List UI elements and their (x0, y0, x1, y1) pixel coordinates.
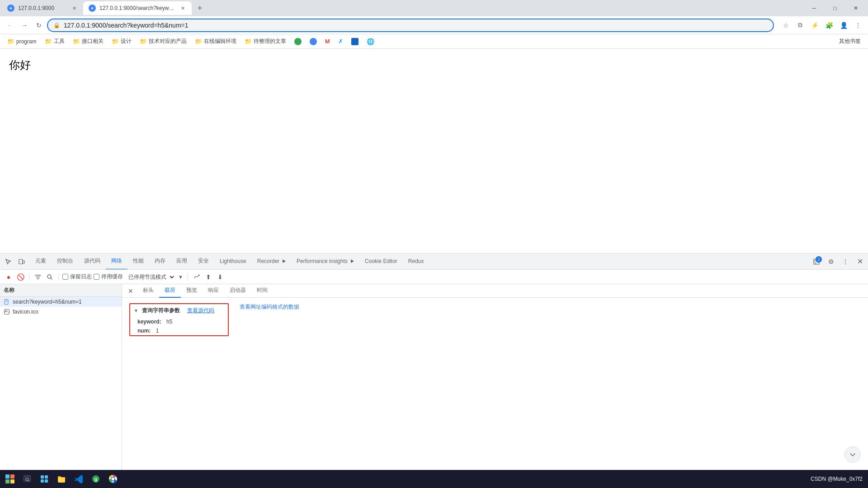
bookmark-design[interactable]: 📁 设计 (108, 36, 135, 47)
disable-cache-checkbox-label[interactable]: 停用缓存 (94, 273, 123, 281)
forward-button[interactable]: → (18, 19, 31, 32)
bookmark-api[interactable]: 📁 接口相关 (69, 36, 107, 47)
tab-2-close[interactable]: ✕ (179, 5, 186, 12)
bookmark-x-icon[interactable]: ✗ (335, 37, 347, 46)
taskbar-search-button[interactable] (19, 471, 35, 487)
svg-text:g: g (94, 477, 97, 482)
devtools-tab-performance-insights[interactable]: Performance insights (291, 253, 359, 270)
profile-button[interactable]: 👤 (837, 19, 850, 32)
bookmark-tech-products[interactable]: 📁 技术对应的产品 (136, 36, 190, 47)
throttle-dropdown-icon[interactable]: ▼ (177, 273, 184, 281)
devtools-tab-recorder[interactable]: Recorder (252, 253, 291, 270)
detail-tab-payload[interactable]: 载荷 (159, 284, 181, 298)
devtools-tab-performance[interactable]: 性能 (127, 253, 149, 270)
devtools-more-button[interactable]: ⋮ (839, 255, 852, 268)
detail-tab-timing[interactable]: 时间 (251, 284, 273, 298)
throttle-select[interactable]: 已停用节流模式 (125, 272, 175, 282)
devtools-tab-memory[interactable]: 内存 (149, 253, 171, 270)
detail-close-button[interactable]: ✕ (126, 286, 136, 296)
green-circle-icon (294, 38, 302, 45)
devtools-close-button[interactable]: ✕ (854, 255, 866, 268)
tab-bar: ● 127.0.0.1:9000 ✕ ● 127.0.0.1:9000/sear… (0, 0, 868, 16)
folder-icon: 📁 (73, 38, 80, 45)
detail-tab-preview[interactable]: 预览 (181, 284, 203, 298)
view-source-link[interactable]: 查看源代码 (187, 307, 214, 314)
disable-cache-checkbox[interactable] (94, 274, 99, 280)
taskbar-explorer-button[interactable] (53, 471, 70, 487)
preserve-log-checkbox-label[interactable]: 保留日志 (62, 273, 92, 281)
devtools-settings-button[interactable]: ⚙ (825, 255, 837, 268)
devtools-console-badge-button[interactable]: 💬 2 (810, 255, 823, 268)
devtools-device-toggle-button[interactable] (15, 255, 28, 268)
file-item-search[interactable]: search?keyword=h5&num=1 (0, 297, 122, 307)
devtools-tab-console[interactable]: 控制台 (52, 253, 79, 270)
query-params-header[interactable]: ▼ 查询字符串参数 查看源代码 (130, 304, 228, 317)
back-button[interactable]: ← (4, 19, 16, 32)
reload-button[interactable]: ↻ (33, 19, 45, 32)
svg-rect-15 (45, 475, 48, 479)
bookmark-green-circle[interactable] (291, 37, 305, 47)
bookmark-star-button[interactable]: ☆ (779, 19, 792, 32)
new-tab-button[interactable]: + (193, 2, 206, 14)
split-screen-button[interactable]: ⧉ (794, 19, 807, 32)
minimize-button[interactable]: ─ (804, 0, 825, 16)
folder-icon: 📁 (140, 38, 147, 45)
url-bar[interactable]: 🔒 (47, 19, 774, 32)
taskbar-git-button[interactable]: g (88, 471, 104, 487)
tab-1[interactable]: ● 127.0.0.1:9000 ✕ (2, 1, 83, 15)
bookmark-blue-sq[interactable] (348, 37, 362, 47)
network-conditions-button[interactable] (192, 272, 202, 282)
devtools-tab-cookie-editor[interactable]: Cookie Editor (359, 253, 403, 270)
search-button[interactable] (45, 272, 55, 282)
bookmark-program[interactable]: 📁 program (4, 37, 40, 47)
bookmarks-more-button[interactable]: 其他书签 (835, 36, 864, 47)
devtools-tab-network[interactable]: 网络 (106, 253, 127, 270)
file-item-favicon[interactable]: favicon.ico (0, 307, 122, 317)
detail-tab-response[interactable]: 响应 (203, 284, 224, 298)
devtools-tab-redux[interactable]: Redux (403, 253, 429, 270)
file-icon-image (4, 309, 10, 315)
extensions-button[interactable]: 🧩 (823, 19, 835, 32)
preserve-log-checkbox[interactable] (62, 274, 68, 280)
bookmark-articles-label: 待整理的文章 (254, 38, 286, 45)
bookmark-tools[interactable]: 📁 工具 (41, 36, 68, 47)
bookmark-m-icon[interactable]: M (321, 37, 334, 46)
import-button[interactable]: ⬆ (203, 272, 213, 282)
export-button[interactable]: ⬇ (215, 272, 225, 282)
devtools-toolbar: 元素 控制台 源代码 网络 性能 内存 应用 安全 (0, 253, 868, 270)
devtools-tab-source[interactable]: 源代码 (79, 253, 106, 270)
clear-button[interactable]: 🚫 (15, 272, 25, 282)
devtools-tab-lighthouse[interactable]: Lighthouse (214, 253, 252, 270)
devtools-tab-security[interactable]: 安全 (193, 253, 214, 270)
url-encoded-link[interactable]: 查看网址编码格式的数据 (232, 300, 307, 314)
file-list: 名称 search?keyword=h5&num=1 favicon.ico (0, 284, 122, 477)
detail-tab-initiator[interactable]: 启动器 (224, 284, 251, 298)
taskbar-vscode-button[interactable] (71, 471, 87, 487)
close-button[interactable]: ✕ (845, 0, 866, 16)
taskbar-taskview-button[interactable] (36, 471, 52, 487)
query-section-title: 查询字符串参数 (142, 307, 180, 314)
taskbar-chrome-button[interactable] (105, 471, 121, 487)
tab-2[interactable]: ● 127.0.0.1:9000/search?keywor... ✕ (83, 1, 192, 15)
devtools-select-element-button[interactable] (2, 255, 14, 268)
bookmark-blue-circle[interactable] (306, 37, 321, 47)
devtools-tab-console-label: 控制台 (57, 257, 73, 265)
detail-tab-headers[interactable]: 标头 (137, 284, 159, 298)
start-button[interactable] (2, 471, 18, 487)
detail-panel: ✕ 标头 载荷 预览 响应 启动器 (122, 284, 868, 477)
maximize-button[interactable]: □ (825, 0, 845, 16)
bookmark-editor-label: 在线编辑环境 (204, 38, 236, 45)
url-input[interactable] (64, 22, 768, 29)
scroll-to-bottom-button[interactable] (844, 446, 861, 463)
bookmark-articles[interactable]: 📁 待整理的文章 (241, 36, 290, 47)
console-badge: 2 (816, 256, 822, 263)
devtools-tab-elements[interactable]: 元素 (30, 253, 52, 270)
perf-insights-button[interactable]: ⚡ (808, 19, 821, 32)
menu-button[interactable]: ⋮ (852, 19, 864, 32)
devtools-tab-application[interactable]: 应用 (171, 253, 193, 270)
bookmark-globe[interactable]: 🌐 (363, 37, 378, 47)
filter-button[interactable] (33, 272, 43, 282)
bookmark-online-editor[interactable]: 📁 在线编辑环境 (191, 36, 240, 47)
tab-1-close[interactable]: ✕ (71, 5, 78, 12)
record-button[interactable]: ● (4, 272, 14, 282)
